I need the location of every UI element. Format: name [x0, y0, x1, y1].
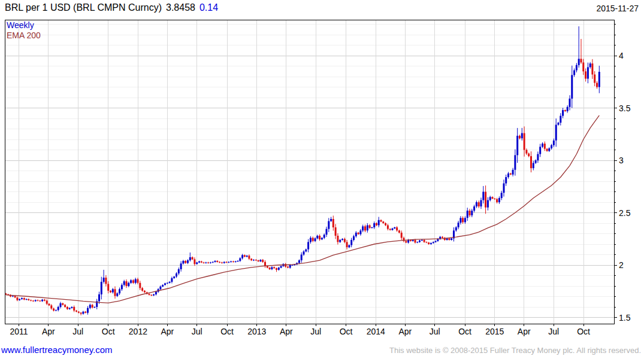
x-axis-tick-label: Apr — [518, 327, 531, 336]
x-axis-tick-label: 2014 — [367, 327, 385, 336]
x-axis-tick-label: Jul — [430, 327, 440, 336]
site-link[interactable]: www.fullertreacymoney.com — [1, 345, 113, 355]
legend-ema-label: EMA 200 — [7, 31, 41, 41]
x-axis-tick-label: Apr — [42, 327, 55, 336]
chart-canvas: 43.532.521.52011AprJulOct2012AprJulOct20… — [0, 0, 644, 359]
axes — [5, 20, 617, 326]
x-axis-tick-label: Oct — [220, 327, 234, 336]
x-axis-tick-label: Jul — [310, 327, 321, 336]
last-price: 3.8458 — [166, 2, 195, 13]
y-axis-tick-label: 2.5 — [619, 208, 631, 218]
x-axis-tick-label: Apr — [161, 327, 174, 336]
x-axis-tick-label: Oct — [458, 327, 471, 336]
x-axis-tick-label: 2015 — [485, 327, 504, 336]
x-axis-tick-label: Apr — [280, 327, 293, 336]
axis-labels: 43.532.521.52011AprJulOct2012AprJulOct20… — [10, 51, 630, 336]
price-chart[interactable]: 43.532.521.52011AprJulOct2012AprJulOct20… — [0, 0, 644, 359]
chart-title: BRL per 1 USD (BRL CMPN Curncy)3.84580.1… — [5, 2, 218, 13]
y-axis-tick-label: 4 — [619, 51, 624, 60]
ema-line — [6, 115, 599, 303]
chart-legend: Weekly EMA 200 — [7, 20, 41, 41]
y-axis-tick-label: 1.5 — [619, 313, 631, 323]
chart-date: 2015-11-27 — [596, 4, 639, 13]
price-change: 0.14 — [199, 2, 218, 13]
x-axis-tick-label: Oct — [577, 327, 590, 336]
chart-header: BRL per 1 USD (BRL CMPN Curncy)3.84580.1… — [0, 0, 644, 17]
x-axis-tick-label: 2011 — [10, 327, 28, 336]
x-axis-tick-label: Jul — [548, 327, 559, 336]
x-axis-tick-label: Jul — [192, 327, 202, 336]
x-axis-tick-label: Oct — [340, 327, 353, 336]
x-axis-tick-label: Oct — [102, 327, 115, 336]
instrument-name: BRL per 1 USD (BRL CMPN Curncy) — [5, 2, 162, 13]
grid-lines — [5, 20, 614, 324]
page-footer: www.fullertreacymoney.com This website i… — [0, 343, 644, 358]
x-axis-tick-label: Apr — [398, 327, 412, 336]
x-axis-tick-label: 2012 — [129, 327, 147, 336]
x-axis-tick-label: 2013 — [247, 327, 266, 336]
y-axis-tick-label: 3 — [619, 156, 624, 165]
y-axis-tick-label: 2 — [619, 260, 624, 270]
copyright-text: This website is © 2008-2015 Fuller Treac… — [389, 346, 641, 355]
x-axis-tick-label: Jul — [72, 327, 83, 336]
y-axis-tick-label: 3.5 — [619, 104, 631, 113]
legend-weekly-label: Weekly — [7, 20, 41, 31]
